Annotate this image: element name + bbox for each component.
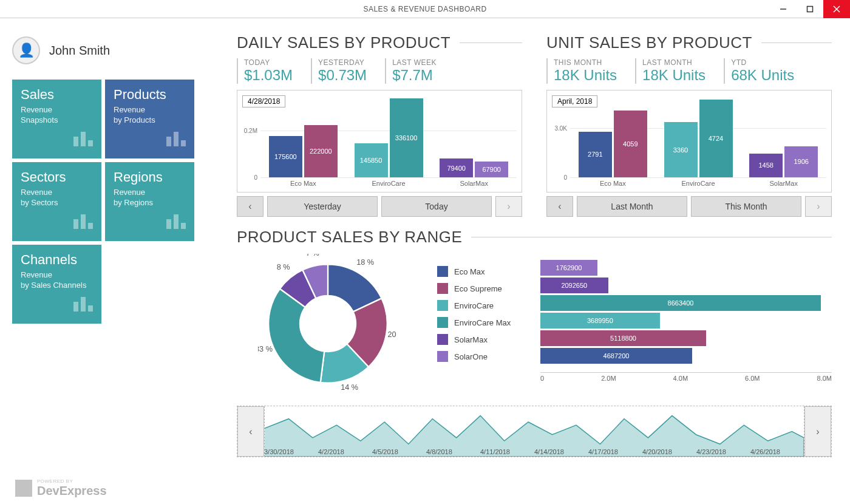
legend-swatch xyxy=(437,351,448,362)
x-category: Eco Max xyxy=(570,177,656,187)
hbar-row: 2092650 xyxy=(540,278,832,293)
tile-products[interactable]: Products Revenueby Products xyxy=(105,80,194,158)
legend-label: SolarMax xyxy=(454,335,488,344)
hbar-row: 5118800 xyxy=(540,330,832,346)
stat-value: $7.7M xyxy=(392,67,437,84)
legend-item: EnviroCare xyxy=(437,300,522,311)
pie-label: 7 % xyxy=(306,254,319,257)
unit-sales-chart: April, 2018 03.0K27914059336047241458190… xyxy=(546,90,832,192)
stat-block: LAST WEEK $7.7M xyxy=(385,58,437,84)
timeline-tick: 4/2/2018 xyxy=(318,448,372,455)
svg-rect-14 xyxy=(174,214,178,229)
unit-lastmonth-button[interactable]: Last Month xyxy=(577,196,687,217)
bar: 3360 xyxy=(664,122,698,177)
timeline-tick: 4/14/2018 xyxy=(534,448,588,455)
close-button[interactable] xyxy=(823,0,850,18)
unit-thismonth-button[interactable]: This Month xyxy=(691,196,801,217)
stat-block: TODAY $1.03M xyxy=(237,58,293,84)
svg-rect-15 xyxy=(181,223,186,229)
daily-sales-panel: DAILY SALES BY PRODUCT TODAY $1.03MYESTE… xyxy=(237,33,522,217)
tile-sales[interactable]: Sales RevenueSnapshots xyxy=(12,80,101,158)
x-category: Eco Max xyxy=(260,177,346,187)
svg-rect-17 xyxy=(81,297,86,312)
timeline-range-selector[interactable]: ‹ › 3/30/20184/2/20184/5/20184/8/20184/1… xyxy=(237,406,832,457)
svg-rect-11 xyxy=(81,214,86,229)
legend-swatch xyxy=(437,266,448,277)
svg-rect-6 xyxy=(88,140,93,146)
stat-label: YTD xyxy=(731,58,794,67)
footer-tag: POWERED BY xyxy=(37,478,107,484)
bar-value: 145850 xyxy=(360,157,382,164)
y-tick: 0.2M xyxy=(242,127,259,134)
legend-label: Eco Supreme xyxy=(454,284,502,293)
stat-label: TODAY xyxy=(244,58,293,67)
daily-sales-chart: 4/28/2018 00.2M1756002220001458503361007… xyxy=(237,90,522,192)
tile-title: Sales xyxy=(21,87,93,103)
stat-value: 18K Units xyxy=(642,67,706,84)
tile-subtitle: Revenueby Products xyxy=(114,105,186,126)
y-tick: 3.0K xyxy=(552,125,569,132)
hbar: 5118800 xyxy=(540,330,706,346)
svg-rect-12 xyxy=(88,223,93,229)
pie-label: 18 % xyxy=(356,258,374,267)
bar-group: 145850336100 xyxy=(346,95,432,177)
bar-value: 79400 xyxy=(447,165,466,172)
pie-label: 8 % xyxy=(277,263,290,271)
svg-rect-1 xyxy=(807,7,813,12)
window-title: SALES & REVENUE DASHBOARD xyxy=(0,5,850,13)
stat-block: THIS MONTH 18K Units xyxy=(546,58,617,84)
user-block: 👤 John Smith xyxy=(12,36,206,64)
hbar: 8663400 xyxy=(540,295,821,311)
tile-sectors[interactable]: Sectors Revenueby Sectors xyxy=(12,162,101,241)
legend-item: SolarOne xyxy=(437,351,522,362)
svg-rect-4 xyxy=(73,137,78,146)
legend-label: EnviroCare xyxy=(454,301,494,310)
timeline-tick: 4/17/2018 xyxy=(588,448,642,455)
legend-swatch xyxy=(437,334,448,345)
bar: 67900 xyxy=(475,162,508,177)
bar-group: 7940067900 xyxy=(431,95,517,177)
bar-value: 1906 xyxy=(794,158,808,165)
user-name: John Smith xyxy=(49,44,110,58)
minimize-button[interactable] xyxy=(770,0,797,18)
tile-title: Channels xyxy=(21,252,93,268)
daily-prev-arrow[interactable]: ‹ xyxy=(237,196,264,217)
bar: 4059 xyxy=(614,111,647,177)
timeline-next-arrow[interactable]: › xyxy=(804,406,831,457)
range-bar-chart: 1762900209265086634003689950511880046872… xyxy=(540,254,832,393)
timeline-tick: 4/20/2018 xyxy=(642,448,696,455)
footer-branding: POWERED BY DevExpress xyxy=(15,478,107,498)
unit-prev-arrow[interactable]: ‹ xyxy=(546,196,573,217)
stat-block: LAST MONTH 18K Units xyxy=(635,58,706,84)
avatar: 👤 xyxy=(12,36,40,64)
timeline-prev-arrow[interactable]: ‹ xyxy=(237,406,264,457)
daily-next-arrow[interactable]: › xyxy=(495,196,522,217)
titlebar: SALES & REVENUE DASHBOARD xyxy=(0,0,850,18)
stat-label: LAST WEEK xyxy=(392,58,437,67)
hbar-x-tick: 4.0M xyxy=(673,375,688,382)
hbar-value: 2092650 xyxy=(561,282,587,289)
range-pie-chart: 18 %20 %14 %33 %8 %7 % xyxy=(237,254,419,393)
daily-today-button[interactable]: Today xyxy=(381,196,492,217)
unit-next-arrow[interactable]: › xyxy=(805,196,832,217)
bar-group: 175600222000 xyxy=(260,95,346,177)
legend-label: EnviroCare Max xyxy=(454,318,511,327)
timeline-tick: 4/11/2018 xyxy=(480,448,534,455)
tile-title: Regions xyxy=(114,169,186,185)
legend-swatch xyxy=(437,317,448,328)
hbar-row: 1762900 xyxy=(540,260,832,276)
stat-label: YESTERDAY xyxy=(318,58,367,67)
devexpress-logo-icon xyxy=(15,480,32,497)
legend-item: SolarMax xyxy=(437,334,522,345)
x-category: SolarMax xyxy=(741,177,826,187)
tile-regions[interactable]: Regions Revenueby Regions xyxy=(105,162,194,241)
daily-yesterday-button[interactable]: Yesterday xyxy=(267,196,378,217)
pie-label: 20 % xyxy=(388,330,398,339)
tile-channels[interactable]: Channels Revenueby Sales Channels xyxy=(12,245,101,324)
bar-group: 33604724 xyxy=(656,95,741,177)
maximize-button[interactable] xyxy=(797,0,823,18)
svg-rect-7 xyxy=(166,137,171,146)
sidebar: 👤 John Smith Sales RevenueSnapshots Prod… xyxy=(0,18,219,504)
legend-label: SolarOne xyxy=(454,352,488,361)
tile-subtitle: RevenueSnapshots xyxy=(21,105,93,126)
